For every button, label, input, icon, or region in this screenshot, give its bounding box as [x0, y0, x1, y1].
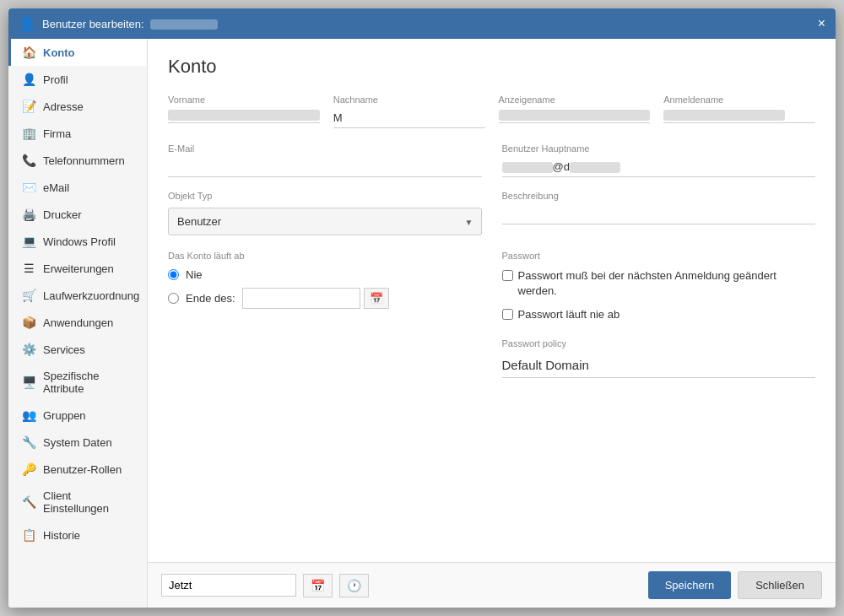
content-area: 🏠 Konto 👤 Profil 📝 Adresse 🏢 Firma 📞 Tel… [8, 39, 836, 608]
radio-ende-row: Ende des: 📅 [168, 288, 482, 309]
sidebar-label-anwendungen: Anwendungen [43, 316, 113, 329]
anmeldename-group: Anmeldename [663, 95, 815, 128]
main-window: 👤 Benutzer bearbeiten: × 🏠 Konto 👤 Profi… [8, 8, 836, 608]
erweiterungen-icon: ☰ [21, 262, 36, 275]
sidebar-item-system-daten[interactable]: 🔧 System Daten [8, 429, 147, 456]
sidebar-item-firma[interactable]: 🏢 Firma [8, 120, 147, 147]
services-icon: ⚙️ [21, 343, 36, 356]
checkbox-passwort-nie-ablauf-label: Passwort läuft nie ab [518, 307, 620, 322]
vorname-blurred [168, 110, 320, 121]
email-input[interactable] [168, 157, 482, 177]
titlebar: 👤 Benutzer bearbeiten: × [8, 8, 836, 39]
email-icon: ✉️ [21, 181, 36, 194]
sidebar-label-windows-profil: Windows Profil [43, 235, 116, 248]
sidebar-item-drucker[interactable]: 🖨️ Drucker [8, 201, 147, 228]
sidebar-item-services[interactable]: ⚙️ Services [8, 336, 147, 363]
telefonnummern-icon: 📞 [21, 154, 36, 167]
main-panel: Konto Vorname Nachname Anzeigename [148, 39, 836, 608]
footer-left: 📅 🕐 [161, 574, 369, 597]
form-row-4: Das Konto läuft ab Nie Ende des: [168, 249, 815, 378]
sidebar-item-windows-profil[interactable]: 💻 Windows Profil [8, 228, 147, 255]
sidebar-label-gruppen: Gruppen [43, 409, 86, 422]
objekt-typ-label: Objekt Typ [168, 191, 482, 201]
form-row-2: E-Mail Benutzer Hauptname @d [168, 143, 815, 177]
vorname-group: Vorname [168, 95, 320, 128]
at-symbol: @d [553, 160, 570, 173]
vorname-label: Vorname [168, 95, 320, 105]
nachname-label: Nachname [333, 95, 485, 105]
sidebar: 🏠 Konto 👤 Profil 📝 Adresse 🏢 Firma 📞 Tel… [8, 39, 148, 608]
benutzer-rollen-icon: 🔑 [21, 462, 36, 476]
footer-clock-button[interactable]: 🕐 [339, 574, 369, 597]
passwort-policy-value: Default Domain [502, 353, 816, 378]
sidebar-item-telefonnummern[interactable]: 📞 Telefonnummern [8, 147, 147, 174]
email-group: E-Mail [168, 143, 482, 177]
nachname-input[interactable] [333, 108, 485, 128]
beschreibung-group: Beschreibung [502, 191, 816, 235]
sidebar-item-anwendungen[interactable]: 📦 Anwendungen [8, 309, 147, 336]
radio-nie[interactable] [168, 269, 179, 280]
sidebar-label-profil: Profil [43, 73, 68, 86]
user-icon: 👤 [19, 16, 35, 32]
checkbox-passwort-aendern[interactable] [502, 270, 513, 281]
sidebar-item-profil[interactable]: 👤 Profil [8, 66, 147, 93]
anmeldename-blurred [663, 110, 785, 121]
sidebar-item-spezifische-attribute[interactable]: 🖥️ Spezifische Attribute [8, 363, 147, 402]
firma-icon: 🏢 [21, 127, 36, 140]
radio-nie-row: Nie [168, 268, 482, 281]
sidebar-label-laufwerkzuordnung: Laufwerkzuordnung [43, 289, 139, 302]
sidebar-item-adresse[interactable]: 📝 Adresse [8, 93, 147, 120]
titlebar-username-blurred [150, 19, 218, 30]
objekt-typ-group: Objekt Typ Benutzer Kontakt Gruppe ▼ [168, 191, 482, 235]
checkbox-row-1: Passwort muß bei der nächsten Anmeldung … [502, 268, 816, 299]
sidebar-label-client-einstellungen: Client Einstellungen [43, 489, 137, 515]
benutzer-hauptname-label: Benutzer Hauptname [502, 143, 816, 154]
passwort-label: Passwort [502, 251, 540, 261]
sidebar-label-adresse: Adresse [43, 100, 84, 113]
titlebar-left: 👤 Benutzer bearbeiten: [19, 16, 218, 32]
beschreibung-input[interactable] [502, 204, 816, 224]
konto-ablauf-label: Das Konto läuft ab [168, 251, 245, 261]
objekt-typ-select[interactable]: Benutzer Kontakt Gruppe [168, 208, 482, 235]
sidebar-item-erweiterungen[interactable]: ☰ Erweiterungen [8, 255, 147, 282]
save-button[interactable]: Speichern [648, 571, 732, 599]
close-button[interactable]: Schließen [738, 571, 822, 599]
sidebar-label-email: eMail [43, 181, 69, 194]
anmeldename-label: Anmeldename [663, 95, 815, 105]
sidebar-item-email[interactable]: ✉️ eMail [8, 174, 147, 201]
date-input-wrapper: 📅 [242, 288, 389, 309]
date-input[interactable] [242, 288, 360, 309]
sidebar-item-laufwerkzuordnung[interactable]: 🛒 Laufwerkzuordnung [8, 282, 147, 309]
checkbox-passwort-aendern-label: Passwort muß bei der nächsten Anmeldung … [518, 268, 816, 299]
footer-date-input[interactable] [161, 574, 296, 597]
radio-ende[interactable] [168, 293, 179, 304]
sidebar-item-client-einstellungen[interactable]: 🔨 Client Einstellungen [8, 483, 147, 521]
sidebar-label-spezifische-attribute: Spezifische Attribute [43, 370, 137, 395]
footer-calendar-button[interactable]: 📅 [303, 574, 333, 597]
form-row-1: Vorname Nachname Anzeigename Anme [168, 95, 815, 128]
footer-right: Speichern Schließen [648, 571, 822, 599]
passwort-checkbox-group: Passwort muß bei der nächsten Anmeldung … [502, 268, 816, 323]
main-content: Konto Vorname Nachname Anzeigename [148, 39, 836, 562]
sidebar-item-historie[interactable]: 📋 Historie [8, 521, 147, 548]
konto-icon: 🏠 [21, 46, 36, 59]
anwendungen-icon: 📦 [21, 316, 36, 329]
checkbox-row-2: Passwort läuft nie ab [502, 307, 816, 322]
sidebar-label-drucker: Drucker [43, 208, 82, 221]
laufwerkzuordnung-icon: 🛒 [21, 289, 36, 302]
page-title: Konto [168, 56, 815, 78]
sidebar-label-services: Services [43, 343, 85, 356]
anzeigename-blurred [499, 110, 651, 121]
sidebar-item-gruppen[interactable]: 👥 Gruppen [8, 402, 147, 429]
konto-ablauf-col: Das Konto läuft ab Nie Ende des: [168, 249, 482, 378]
close-icon[interactable]: × [818, 17, 825, 30]
gruppen-icon: 👥 [21, 408, 36, 422]
passwort-policy-label: Passwort policy [502, 338, 566, 349]
sidebar-label-historie: Historie [43, 529, 80, 542]
calendar-icon-button[interactable]: 📅 [364, 288, 389, 309]
sidebar-item-konto[interactable]: 🏠 Konto [8, 39, 147, 66]
sidebar-label-system-daten: System Daten [43, 436, 112, 449]
checkbox-passwort-nie-ablauf[interactable] [502, 309, 513, 320]
sidebar-item-benutzer-rollen[interactable]: 🔑 Benutzer-Rollen [8, 456, 147, 483]
beschreibung-label: Beschreibung [502, 191, 816, 201]
